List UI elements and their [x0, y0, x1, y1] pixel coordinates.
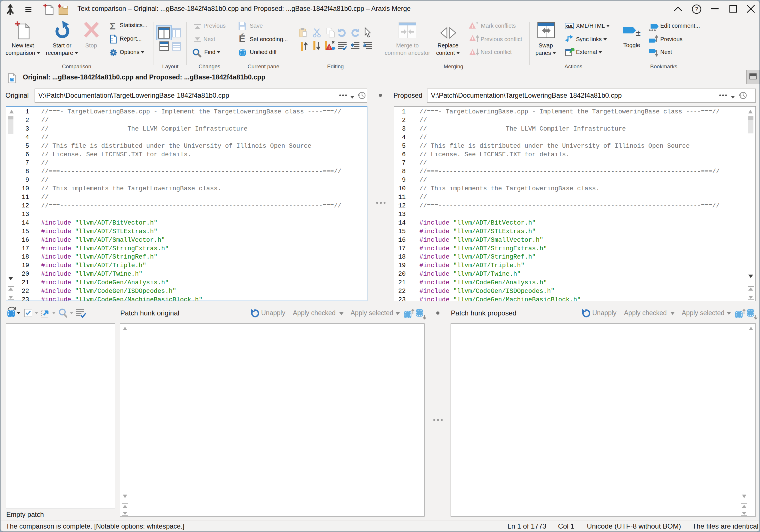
- svg-text:!: !: [472, 24, 473, 28]
- svg-text:!: !: [329, 45, 330, 50]
- svg-text:!: !: [472, 51, 473, 55]
- svg-text:±: ±: [636, 28, 641, 37]
- svg-text:!: !: [472, 36, 473, 41]
- svg-text:?: ?: [695, 6, 698, 12]
- svg-text:XML: XML: [565, 24, 573, 28]
